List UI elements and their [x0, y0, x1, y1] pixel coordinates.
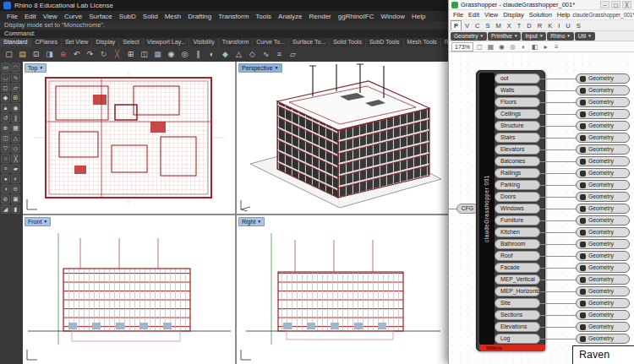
component-output-param[interactable]: out	[495, 73, 540, 84]
canvas-toolbar-icon[interactable]: ◉	[497, 43, 506, 51]
viewport-right-label[interactable]: Right ▼	[238, 217, 265, 226]
command-prompt[interactable]: Command:	[0, 30, 449, 38]
rhino-menu-item[interactable]: Transform	[215, 13, 252, 20]
geometry-param[interactable]: Geometry	[576, 168, 630, 178]
component-name-bar[interactable]: claudeGrasshopper 001	[479, 73, 495, 345]
category-tab[interactable]: V	[462, 21, 472, 30]
component-output-param[interactable]: Walls	[495, 85, 540, 95]
sidebar-tool-icon[interactable]: ⊘	[1, 194, 10, 204]
sidebar-tool-icon[interactable]: ◐	[11, 174, 20, 183]
canvas-toolbar-icon[interactable]: ▸	[541, 43, 550, 51]
viewport-perspective-label[interactable]: Perspective ▼	[238, 63, 282, 73]
toolbar-icon[interactable]: ∿	[260, 48, 272, 61]
toolbar-icon[interactable]: ▱	[287, 48, 299, 61]
component-output-param[interactable]: MEP_Horizontal	[495, 286, 540, 296]
toolbar-icon[interactable]: ◫	[138, 48, 150, 61]
toolbar-icon[interactable]: ↷	[84, 48, 96, 61]
toolbar-tab[interactable]: Viewport Lay...	[144, 38, 190, 46]
sidebar-tool-icon[interactable]: ▲	[1, 103, 10, 112]
category-tab[interactable]: D	[524, 21, 533, 30]
sidebar-tool-icon[interactable]: ◆	[1, 93, 10, 102]
sidebar-tool-icon[interactable]: ◫	[1, 133, 10, 143]
sidebar-tool-icon[interactable]: △	[11, 133, 20, 143]
panel-dropdown-button[interactable]: Primitive ▼	[488, 32, 521, 41]
geometry-param[interactable]: Geometry	[576, 227, 630, 237]
component-output-param[interactable]: Parking	[495, 180, 540, 190]
sidebar-tool-icon[interactable]: ○	[1, 154, 10, 163]
category-tab[interactable]: P	[451, 20, 462, 30]
component-output-param[interactable]: Windows	[495, 204, 540, 214]
toolbar-tab[interactable]: Mesh Tools	[404, 38, 441, 46]
category-tab[interactable]: R	[535, 21, 544, 30]
panel-dropdown-button[interactable]: Util ▼	[575, 32, 595, 41]
component-output-param[interactable]: Facade	[495, 263, 540, 273]
toolbar-icon[interactable]: ↶	[70, 48, 83, 61]
rhino-menu-item[interactable]: Edit	[21, 13, 40, 20]
toolbar-icon[interactable]: △	[232, 48, 245, 61]
rhino-menu-item[interactable]: Tools	[252, 13, 275, 20]
geometry-param[interactable]: Geometry	[576, 85, 630, 95]
geometry-param[interactable]: Geometry	[576, 97, 630, 107]
viewport-top[interactable]: Top ▼	[23, 62, 235, 214]
sidebar-tool-icon[interactable]: ●	[1, 174, 10, 183]
category-tab[interactable]: M	[493, 21, 503, 30]
toolbar-icon[interactable]: ↻	[97, 48, 110, 61]
geometry-param[interactable]: Geometry	[576, 109, 630, 119]
panel-dropdown-button[interactable]: Rhino ▼	[547, 32, 573, 41]
canvas-toolbar-icon[interactable]: ◻	[475, 43, 484, 51]
rhino-menu-item[interactable]: Help	[408, 13, 429, 20]
geometry-param[interactable]: Geometry	[576, 121, 630, 131]
geometry-param[interactable]: Geometry	[576, 156, 630, 166]
component-output-param[interactable]: Roof	[495, 251, 540, 261]
component-output-param[interactable]: Elevations	[495, 322, 540, 332]
toolbar-tab[interactable]: Visibility	[189, 38, 218, 46]
geometry-param[interactable]: Geometry	[576, 298, 630, 308]
toolbar-tab[interactable]: Curve To...	[253, 38, 289, 46]
sidebar-tool-icon[interactable]: ≡	[1, 164, 10, 173]
sidebar-tool-icon[interactable]: ◠	[11, 62, 20, 72]
toolbar-tab[interactable]: Solid Tools	[330, 38, 366, 46]
geometry-param[interactable]: Geometry	[576, 334, 630, 344]
category-tab[interactable]: T	[515, 21, 524, 30]
category-tab[interactable]: C	[473, 21, 482, 30]
geometry-param[interactable]: Geometry	[576, 322, 630, 332]
component-output-param[interactable]: Ceilings	[495, 109, 540, 119]
rhino-menu-item[interactable]: Mesh	[161, 13, 185, 20]
sidebar-tool-icon[interactable]: ▰	[11, 164, 20, 173]
canvas-toolbar-icon[interactable]: ◐	[519, 43, 528, 51]
grasshopper-menu-item[interactable]: View	[482, 11, 500, 19]
rhino-menu-item[interactable]: Render	[306, 13, 335, 20]
category-tab[interactable]: I	[555, 21, 562, 30]
viewport-top-label[interactable]: Top ▼	[25, 63, 46, 73]
sidebar-tool-icon[interactable]: ∿	[11, 73, 20, 82]
toolbar-icon[interactable]: ╳	[111, 48, 123, 61]
rhino-menu-item[interactable]: ggRhinoIFC	[335, 13, 378, 20]
geometry-param[interactable]: Geometry	[576, 274, 630, 285]
sidebar-tool-icon[interactable]: ⊞	[11, 93, 20, 102]
rhino-menu-item[interactable]: Curve	[61, 13, 85, 20]
zoom-level[interactable]: 173%	[451, 42, 473, 52]
sidebar-tool-icon[interactable]: ▱	[11, 83, 20, 92]
sidebar-tool-icon[interactable]: ◡	[1, 73, 10, 82]
category-tab[interactable]: X	[505, 21, 514, 30]
canvas-toolbar-icon[interactable]: ◎	[508, 43, 517, 51]
toolbar-icon[interactable]: ◨	[43, 48, 56, 61]
component-output-param[interactable]: Log	[495, 334, 540, 344]
window-control-button[interactable]: ╳	[622, 1, 631, 8]
canvas-toolbar-icon[interactable]: ▦	[486, 43, 495, 51]
sidebar-tool-icon[interactable]: ◑	[1, 184, 10, 193]
rhino-menu-item[interactable]: Drafting	[184, 13, 215, 20]
rhino-menu-item[interactable]: Surface	[85, 13, 116, 20]
component-output-param[interactable]: Structure	[495, 121, 540, 131]
sidebar-tool-icon[interactable]: ⊖	[11, 184, 20, 193]
toolbar-tab[interactable]: Display	[92, 38, 119, 46]
geometry-param[interactable]: Geometry	[576, 263, 630, 273]
toolbar-tab[interactable]: CPlanes	[31, 38, 61, 46]
grasshopper-menu-item[interactable]: Help	[555, 11, 572, 19]
component-output-param[interactable]: Doors	[495, 192, 540, 202]
geometry-param[interactable]: Geometry	[576, 239, 630, 249]
toolbar-icon[interactable]: ◆	[219, 48, 232, 61]
rhino-menu-item[interactable]: Window	[377, 13, 407, 20]
panel-dropdown-button[interactable]: Geometry ▼	[451, 32, 487, 41]
component-output-param[interactable]: Kitchen	[495, 227, 540, 237]
